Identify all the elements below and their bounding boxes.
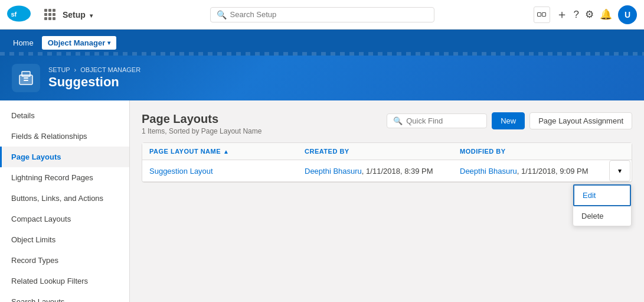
row-action-dropdown-button[interactable]: ▾ [609,160,630,181]
td-page-layout-name: Suggestion Layout [142,160,298,181]
search-input[interactable] [230,10,428,19]
table-row: Suggestion Layout Deepthi Bhasuru, 1/11/… [142,160,632,182]
quick-find-container: 🔍 [387,113,487,128]
top-nav: sf Setup ▾ 🔍 ＋ ? ⚙ 🔔 U [0,0,644,30]
setup-label[interactable]: Setup ▾ [63,10,93,20]
content-subtitle: 1 Items, Sorted by Page Layout Name [142,127,261,135]
page-layout-assignment-button[interactable]: Page Layout Assignment [529,112,632,129]
quick-find-input[interactable] [406,116,480,125]
svg-rect-4 [24,77,28,79]
th-actions [608,143,632,160]
created-by-link[interactable]: Deepthi Bhasuru [305,167,362,176]
td-action: ▾ Edit Delete [608,160,632,181]
settings-icon[interactable]: ⚙ [585,8,594,21]
dropdown-delete-item[interactable]: Delete [573,206,631,226]
sidebar-item-related-lookup-filters[interactable]: Related Lookup Filters [0,271,129,291]
breadcrumb-object-manager-link[interactable]: OBJECT MANAGER [80,66,140,73]
content-header: Page Layouts 1 Items, Sorted by Page Lay… [142,112,632,135]
content-title: Page Layouts [142,112,261,126]
breadcrumb-text: SETUP › OBJECT MANAGER Suggestion [48,66,140,90]
dropdown-edit-item[interactable]: Edit [573,184,631,206]
sidebar-item-record-types[interactable]: Record Types [0,250,129,271]
help-icon[interactable]: ? [574,9,579,21]
apps-icon[interactable] [41,7,58,23]
dropdown-menu: Edit Delete [573,184,632,226]
svg-rect-5 [24,80,28,81]
th-modified-by: MODIFIED BY [453,143,608,160]
search-icon: 🔍 [217,10,227,20]
sidebar-item-search-layouts[interactable]: Search Layouts [0,291,129,302]
table-header: PAGE LAYOUT NAME ▲ CREATED BY MODIFIED B… [142,143,632,160]
svg-text:sf: sf [11,11,17,18]
sidebar-item-fields-relationships[interactable]: Fields & Relationships [0,126,129,147]
recent-items-icon[interactable] [534,7,550,23]
sidebar-item-object-limits[interactable]: Object Limits [0,229,129,250]
notifications-icon[interactable]: 🔔 [600,8,612,21]
data-table: PAGE LAYOUT NAME ▲ CREATED BY MODIFIED B… [142,142,632,183]
sidebar-item-home[interactable]: Home [7,36,40,50]
sidebar: Details Fields & Relationships Page Layo… [0,100,130,302]
svg-rect-3 [22,72,30,76]
th-created-by: CREATED BY [298,143,453,160]
salesforce-logo[interactable]: sf [7,2,35,27]
sidebar-item-lightning-record-pages[interactable]: Lightning Record Pages [0,167,129,188]
sidebar-item-compact-layouts[interactable]: Compact Layouts [0,209,129,229]
content-actions: 🔍 New Page Layout Assignment [387,112,632,129]
page-title: Suggestion [48,74,140,90]
breadcrumb-bar: SETUP › OBJECT MANAGER Suggestion [0,56,644,100]
search-bar: 🔍 [210,7,434,22]
object-manager-chevron-icon: ▾ [107,40,110,46]
plus-icon[interactable]: ＋ [556,7,568,22]
sidebar-item-object-manager[interactable]: Object Manager ▾ [42,36,117,50]
object-icon [12,64,40,92]
sidebar-item-details[interactable]: Details [0,105,129,126]
td-created-by: Deepthi Bhasuru, 1/11/2018, 8:39 PM [298,160,453,181]
th-page-layout-name[interactable]: PAGE LAYOUT NAME ▲ [142,143,298,160]
td-modified-by: Deepthi Bhasuru, 1/11/2018, 9:09 PM [453,160,608,181]
content-area: Page Layouts 1 Items, Sorted by Page Lay… [130,100,644,302]
setup-chevron-icon: ▾ [90,12,93,19]
avatar[interactable]: U [618,5,637,24]
content-title-block: Page Layouts 1 Items, Sorted by Page Lay… [142,112,261,135]
new-button[interactable]: New [492,112,525,129]
breadcrumb: SETUP › OBJECT MANAGER [48,66,140,73]
top-nav-right: ＋ ? ⚙ 🔔 U [534,5,637,24]
sort-arrow-icon: ▲ [223,148,229,155]
quick-find-icon: 🔍 [393,116,403,125]
sidebar-item-buttons-links-actions[interactable]: Buttons, Links, and Actions [0,188,129,209]
modified-by-link[interactable]: Deepthi Bhasuru [460,167,517,176]
sub-nav: Home Object Manager ▾ [0,30,644,56]
breadcrumb-setup-link[interactable]: SETUP [48,66,70,73]
main-layout: Details Fields & Relationships Page Layo… [0,100,644,302]
suggestion-layout-link[interactable]: Suggestion Layout [149,167,213,176]
sidebar-item-page-layouts[interactable]: Page Layouts [0,147,129,167]
